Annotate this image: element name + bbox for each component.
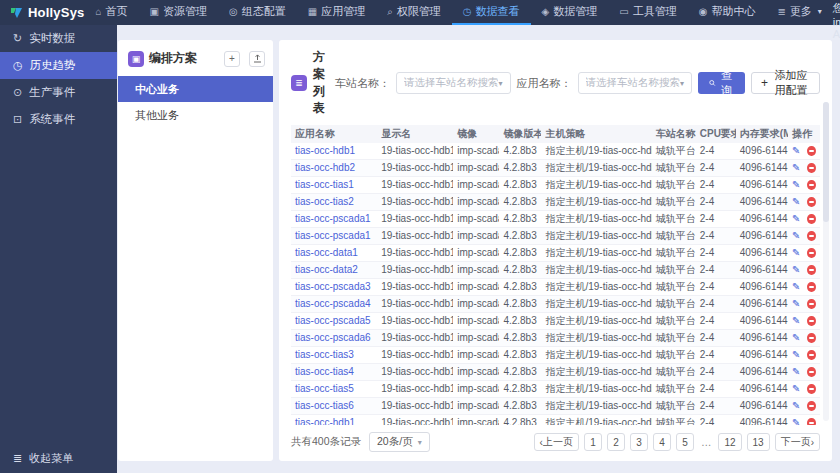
app-name-cell: tias-occ-tias3 bbox=[291, 347, 377, 364]
app-name-link[interactable]: tias-occ-pscada1 bbox=[295, 213, 371, 224]
app-name-link[interactable]: tias-occ-pscada4 bbox=[295, 298, 371, 309]
delete-icon[interactable] bbox=[807, 146, 816, 156]
nav-item-config[interactable]: ◎组态配置 bbox=[218, 0, 297, 25]
delete-icon[interactable] bbox=[807, 248, 816, 258]
edit-icon[interactable]: ✎ bbox=[792, 299, 800, 309]
display-name-cell: 19-tias-occ-hdb1 bbox=[377, 143, 453, 160]
edit-icon[interactable]: ✎ bbox=[792, 333, 800, 343]
app-name-link[interactable]: tias-occ-tias4 bbox=[295, 366, 354, 377]
edit-icon[interactable]: ✎ bbox=[792, 197, 800, 207]
app-name-link[interactable]: tias-occ-hdb2 bbox=[295, 162, 355, 173]
app-name-link[interactable]: tias-occ-data2 bbox=[295, 264, 358, 275]
app-name-link[interactable]: tias-occ-tias6 bbox=[295, 400, 354, 411]
app-name-link[interactable]: tias-occ-hdb1 bbox=[295, 417, 355, 425]
vertical-scrollbar[interactable] bbox=[823, 102, 829, 421]
delete-icon[interactable] bbox=[807, 163, 816, 173]
prev-page-label: 上一页 bbox=[543, 435, 573, 449]
delete-icon[interactable] bbox=[807, 401, 816, 411]
sidebar-item-production[interactable]: ⊙生产事件 bbox=[0, 79, 117, 106]
delete-icon[interactable] bbox=[807, 350, 816, 360]
add-plan-button[interactable]: + bbox=[224, 51, 240, 67]
add-app-config-button[interactable]: + 添加应用配置 bbox=[751, 72, 820, 94]
edit-icon[interactable]: ✎ bbox=[792, 367, 800, 377]
delete-icon[interactable] bbox=[807, 282, 816, 292]
sidebar-item-realtime[interactable]: ↻实时数据 bbox=[0, 25, 117, 52]
app-name-link[interactable]: tias-occ-pscada1 bbox=[295, 230, 371, 241]
app-name-link[interactable]: tias-occ-tias3 bbox=[295, 349, 354, 360]
edit-icon[interactable]: ✎ bbox=[792, 265, 800, 275]
nav-item-app[interactable]: ▦应用管理 bbox=[297, 0, 376, 25]
delete-icon[interactable] bbox=[807, 316, 816, 326]
page-size-select[interactable]: 20条/页 ▾ bbox=[369, 432, 430, 452]
delete-icon[interactable] bbox=[807, 231, 816, 241]
edit-icon[interactable]: ✎ bbox=[792, 350, 800, 360]
app-name-link[interactable]: tias-occ-data1 bbox=[295, 247, 358, 258]
prev-page-button[interactable]: ‹ 上一页 bbox=[534, 433, 579, 451]
export-plan-button[interactable] bbox=[249, 51, 265, 67]
nav-item-resource[interactable]: ▣资源管理 bbox=[139, 0, 218, 25]
edit-icon[interactable]: ✎ bbox=[792, 163, 800, 173]
edit-icon[interactable]: ✎ bbox=[792, 231, 800, 241]
table-row: tias-occ-pscada319-tias-occ-hdb1imp-scad… bbox=[291, 279, 820, 296]
collapse-menu-button[interactable]: ≣ 收起菜单 bbox=[0, 443, 117, 473]
edit-icon[interactable]: ✎ bbox=[792, 146, 800, 156]
app-name-link[interactable]: tias-occ-tias5 bbox=[295, 383, 354, 394]
app-name-link[interactable]: tias-occ-hdb1 bbox=[295, 145, 355, 156]
memory-cell: 4096-6144 bbox=[736, 279, 788, 296]
sidebar-item-history[interactable]: ◷历史趋势 bbox=[0, 52, 117, 79]
app-name-link[interactable]: tias-occ-tias2 bbox=[295, 196, 354, 207]
page-button-4[interactable]: 4 bbox=[653, 433, 671, 451]
delete-icon[interactable] bbox=[807, 197, 816, 207]
nav-item-help[interactable]: ◉帮助中心 bbox=[688, 0, 767, 25]
app-name-cell: tias-occ-tias5 bbox=[291, 381, 377, 398]
edit-icon[interactable]: ✎ bbox=[792, 214, 800, 224]
app-name-link[interactable]: tias-occ-pscada3 bbox=[295, 281, 371, 292]
delete-icon[interactable] bbox=[807, 299, 816, 309]
delete-icon[interactable] bbox=[807, 384, 816, 394]
delete-icon[interactable] bbox=[807, 180, 816, 190]
edit-icon[interactable]: ✎ bbox=[792, 180, 800, 190]
delete-icon[interactable] bbox=[807, 418, 816, 425]
table-row: tias-occ-pscada519-tias-occ-hdb1imp-scad… bbox=[291, 313, 820, 330]
app-name-link[interactable]: tias-occ-pscada5 bbox=[295, 315, 371, 326]
page-button-12[interactable]: 12 bbox=[718, 433, 741, 451]
delete-icon[interactable] bbox=[807, 333, 816, 343]
station-name-select[interactable]: 请选择车站名称搜索 ▾ bbox=[396, 72, 511, 94]
pagination: ‹ 上一页 12345…1213 下一页 › bbox=[534, 433, 820, 451]
scrollbar-thumb[interactable] bbox=[823, 102, 829, 222]
delete-icon[interactable] bbox=[807, 214, 816, 224]
delete-icon[interactable] bbox=[807, 265, 816, 275]
nav-item-home[interactable]: ⌂首页 bbox=[85, 0, 139, 25]
nav-item-permission[interactable]: ⌕权限管理 bbox=[376, 0, 452, 25]
nav-item-tool[interactable]: ▭工具管理 bbox=[608, 0, 687, 25]
delete-icon[interactable] bbox=[807, 367, 816, 377]
plan-item-0[interactable]: 中心业务 bbox=[118, 76, 273, 102]
page-button-3[interactable]: 3 bbox=[630, 433, 648, 451]
nav-item-data-manage[interactable]: ◈数据管理 bbox=[531, 0, 609, 25]
edit-icon[interactable]: ✎ bbox=[792, 401, 800, 411]
page-button-1[interactable]: 1 bbox=[584, 433, 602, 451]
edit-icon[interactable]: ✎ bbox=[792, 384, 800, 394]
app-name-link[interactable]: tias-occ-tias1 bbox=[295, 179, 354, 190]
system-event-icon: ⊡ bbox=[13, 113, 22, 126]
edit-icon[interactable]: ✎ bbox=[792, 282, 800, 292]
page-button-13[interactable]: 13 bbox=[747, 433, 770, 451]
edit-icon[interactable]: ✎ bbox=[792, 248, 800, 258]
nav-item-data-view[interactable]: ◷数据查看 bbox=[452, 0, 531, 25]
edit-icon[interactable]: ✎ bbox=[792, 316, 800, 326]
search-button[interactable]: 查询 bbox=[698, 72, 745, 94]
app-name-select[interactable]: 请选择车站名称搜索 ▾ bbox=[578, 72, 693, 94]
image-version-cell: 4.2.8b3 bbox=[499, 211, 541, 228]
memory-cell: 4096-6144 bbox=[736, 313, 788, 330]
app-manage-icon: ▦ bbox=[308, 6, 317, 17]
nav-item-more[interactable]: ≣更多▾ bbox=[766, 0, 832, 25]
edit-icon[interactable]: ✎ bbox=[792, 418, 800, 425]
sidebar-item-system[interactable]: ⊡系统事件 bbox=[0, 106, 117, 133]
page-button-2[interactable]: 2 bbox=[607, 433, 625, 451]
next-page-button[interactable]: 下一页 › bbox=[775, 433, 820, 451]
app-name-link[interactable]: tias-occ-pscada6 bbox=[295, 332, 371, 343]
display-name-cell: 19-tias-occ-hdb1 bbox=[377, 347, 453, 364]
page-button-5[interactable]: 5 bbox=[676, 433, 694, 451]
cpu-cell: 2-4 bbox=[696, 381, 736, 398]
plan-item-1[interactable]: 其他业务 bbox=[118, 102, 273, 128]
